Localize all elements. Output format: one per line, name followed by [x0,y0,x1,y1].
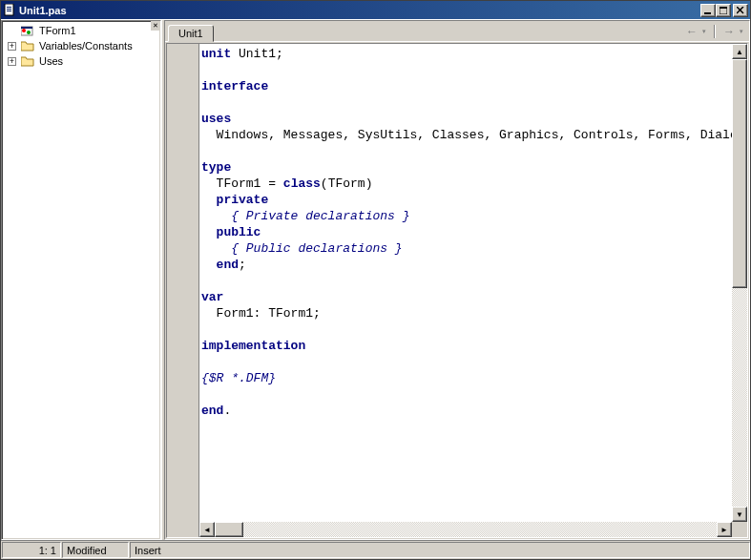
svg-rect-2 [7,9,11,10]
code-frame: unit Unit1; interface uses Windows, Mess… [165,41,749,539]
horizontal-scrollbar-row: ◄ ► [167,522,747,537]
scroll-up-button[interactable]: ▲ [732,44,747,59]
svg-marker-13 [21,42,33,51]
svg-marker-14 [21,57,33,66]
tab-unit1[interactable]: Unit1 [168,25,214,42]
svg-point-11 [22,29,26,32]
svg-rect-3 [7,10,11,11]
horizontal-scrollbar[interactable]: ◄ ► [199,522,732,537]
code-editor[interactable]: unit Unit1; interface uses Windows, Mess… [199,44,732,522]
tree-label: TForm1 [37,24,78,37]
ide-window: Unit1.pas ✕ [0,0,751,560]
svg-point-12 [27,31,31,34]
nav-back-icon[interactable]: ← [686,25,698,38]
folder-icon [20,54,35,68]
svg-rect-4 [704,12,711,14]
file-icon [3,4,16,17]
scrollbar-corner [732,522,747,537]
gutter-fill [167,522,199,537]
body: ✕ TForm1 + [1,19,750,540]
tree-item-variables[interactable]: + Variables/Constants [4,38,158,53]
scroll-thumb[interactable] [732,59,747,288]
nav-forward-icon[interactable]: → [723,25,735,38]
status-position: 1: 1 [2,542,61,558]
folder-icon [20,39,35,52]
form-icon [20,24,35,37]
code-border: unit Unit1; interface uses Windows, Mess… [166,43,748,538]
vertical-scrollbar[interactable]: ▲ ▼ [732,44,747,522]
scroll-track[interactable] [215,522,717,537]
editor-panel: Unit1 ←▾ →▾ unit Unit1; interface uses W… [164,20,750,540]
scroll-left-button[interactable]: ◄ [199,522,215,537]
gutter[interactable] [167,44,199,522]
tab-label: Unit1 [178,28,203,39]
maximize-button[interactable] [716,4,731,17]
tree-spacer [4,23,20,38]
status-insert-mode: Insert [130,542,750,558]
expand-icon[interactable]: + [4,53,20,69]
scroll-down-button[interactable]: ▼ [732,507,747,522]
code-wrap: unit Unit1; interface uses Windows, Mess… [167,44,747,522]
tree-item-form[interactable]: TForm1 [4,23,158,38]
separator [714,25,716,38]
titlebar[interactable]: Unit1.pas [1,1,750,19]
code-explorer-tree[interactable]: TForm1 + Variables/Constants + [2,21,160,539]
editor-tabbar: Unit1 ←▾ →▾ [165,21,749,41]
panel-close-icon[interactable]: ✕ [151,21,160,31]
scroll-track[interactable] [732,59,747,507]
scroll-right-button[interactable]: ► [717,522,732,537]
nav-buttons: ←▾ →▾ [686,21,749,41]
svg-rect-6 [720,7,727,9]
expand-icon[interactable]: + [4,38,20,53]
svg-rect-10 [21,27,32,29]
window-title: Unit1.pas [19,5,700,16]
close-button[interactable] [733,4,748,17]
tree-label: Uses [37,54,65,68]
statusbar: 1: 1 Modified Insert [1,540,750,559]
scroll-thumb[interactable] [215,522,243,537]
minimize-button[interactable] [700,4,716,17]
svg-rect-1 [7,7,11,8]
dropdown-icon[interactable]: ▾ [740,28,743,35]
window-buttons [700,4,748,17]
status-modified: Modified [62,542,129,558]
tree-label: Variables/Constants [37,39,135,52]
tree-item-uses[interactable]: + Uses [4,53,158,69]
code-explorer-panel: ✕ TForm1 + [1,20,161,540]
dropdown-icon[interactable]: ▾ [702,28,706,35]
